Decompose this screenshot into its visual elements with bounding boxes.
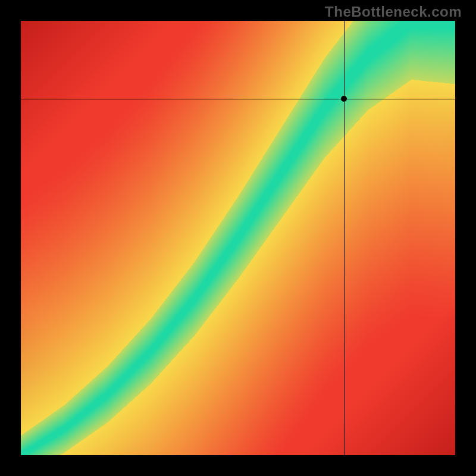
- stage: TheBottleneck.com: [0, 0, 476, 476]
- heatmap-canvas: [21, 21, 455, 455]
- current-point-marker: [341, 96, 347, 102]
- crosshair-vertical: [344, 21, 345, 455]
- heatmap-plot: [21, 21, 455, 455]
- watermark-text: TheBottleneck.com: [325, 4, 462, 20]
- crosshair-horizontal: [21, 99, 455, 99]
